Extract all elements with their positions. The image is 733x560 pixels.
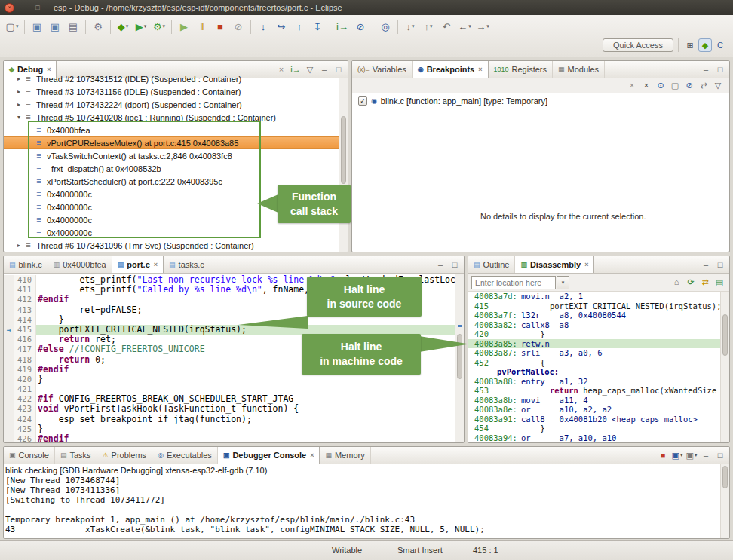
debug-thread-row[interactable]: ▸≡Thread #2 1073431512 (IDLE) (Suspended…: [4, 72, 339, 85]
debug-scrollbar[interactable]: [339, 78, 348, 252]
line-number[interactable]: 418: [14, 355, 36, 365]
code-line[interactable]: 424 esp_set_breakpoint_if_jtag(function)…: [4, 415, 455, 424]
new-wizard-icon[interactable]: ▢▾: [3, 17, 21, 35]
external-tools-icon[interactable]: ⚙▾: [150, 17, 168, 35]
tab-port-c[interactable]: ▤port.c×: [112, 256, 164, 273]
resume-icon[interactable]: ▶: [175, 17, 193, 35]
line-number[interactable]: 414: [14, 315, 36, 325]
code-line[interactable]: 425}: [4, 424, 455, 434]
debug-perspective-icon[interactable]: ◆: [698, 38, 712, 52]
line-number[interactable]: 416: [14, 335, 36, 344]
code-line[interactable]: 420}: [4, 375, 455, 384]
back-icon[interactable]: ←▾: [455, 17, 474, 35]
line-number[interactable]: 413: [14, 305, 36, 315]
debug-thread-row[interactable]: ▸≡Thread #4 1073432224 (dport) (Suspende…: [4, 98, 339, 111]
tab-disassembly[interactable]: ▥Disassembly×: [515, 256, 594, 273]
line-number[interactable]: 410: [14, 275, 36, 285]
suspend-icon[interactable]: ‖: [193, 17, 211, 35]
show-source-icon[interactable]: ▤: [713, 276, 726, 289]
tab-outline[interactable]: ▤Outline: [468, 256, 515, 273]
editor-scrollbar[interactable]: [455, 274, 464, 442]
debug-icon[interactable]: ◆▾: [114, 17, 132, 35]
drop-to-frame-icon[interactable]: ↧: [308, 17, 327, 35]
view-menu-icon[interactable]: ▽: [711, 79, 725, 93]
step-over-icon[interactable]: ↪: [272, 17, 290, 35]
disassembly-row[interactable]: 40083a7f:l32r a8, 0x40080544: [468, 311, 720, 320]
collapse-icon[interactable]: ▾: [14, 114, 23, 121]
build-icon[interactable]: ⚙: [89, 17, 107, 35]
instruction-stepping-icon[interactable]: i→: [333, 17, 351, 35]
skip-all-breakpoints-icon[interactable]: ⊘: [682, 79, 696, 93]
tab-executables[interactable]: ◎Executables: [152, 447, 218, 464]
skip-all-breakpoints-icon[interactable]: ⊘: [351, 17, 370, 35]
step-return-icon[interactable]: ↑: [290, 17, 308, 35]
line-number[interactable]: 415: [14, 325, 36, 335]
save-all-icon[interactable]: ▣: [46, 17, 64, 35]
quick-access-button[interactable]: Quick Access: [603, 38, 673, 52]
home-icon[interactable]: ⌂: [670, 276, 683, 289]
disassembly-row[interactable]: 40083a94:or a7, a10, a10: [468, 433, 720, 443]
line-number[interactable]: 424: [14, 415, 36, 424]
debug-thread-row[interactable]: ▾≡Thread #5 1073410208 (ipc1 : Running) …: [4, 111, 339, 124]
code-line[interactable]: 426#endif: [4, 434, 455, 442]
breakpoint-item[interactable]: ✓ ◉ blink.c [function: app_main] [type: …: [352, 93, 729, 109]
disassembly-row[interactable]: 40083a91:call8 0x40081b20 <heap_caps_mal…: [468, 415, 720, 424]
disassembly-row[interactable]: 40083a88:entry a1, 32: [468, 377, 720, 387]
forward-icon[interactable]: →▾: [474, 17, 492, 35]
line-number[interactable]: 411: [14, 285, 36, 295]
debug-frame-row[interactable]: ≡_frxt_dispatch() at 0x4008532b: [4, 162, 339, 175]
line-number[interactable]: 419: [14, 365, 36, 375]
tab-memory[interactable]: ▦Memory: [320, 447, 370, 464]
overview-marker[interactable]: [458, 325, 462, 327]
next-annotation-icon[interactable]: ↓▾: [401, 17, 419, 35]
tab-modules[interactable]: ▦Modules: [553, 61, 605, 78]
disassembly-row[interactable]: 452 {: [468, 358, 720, 368]
disconnect-icon[interactable]: ⊘: [229, 17, 247, 35]
debug-thread-row[interactable]: ▸≡Thread #3 1073431156 (IDLE) (Suspended…: [4, 85, 339, 98]
close-tab-icon[interactable]: ×: [154, 261, 158, 268]
last-edit-location-icon[interactable]: ↶: [437, 17, 455, 35]
tab-tasks[interactable]: ▤Tasks: [55, 447, 97, 464]
terminate-icon[interactable]: ■: [211, 17, 229, 35]
disassembly-scrollbar[interactable]: [720, 292, 729, 442]
expand-icon[interactable]: ▸: [14, 88, 23, 95]
code-line[interactable]: 423void vPortFirstTaskHook(TaskFunction_…: [4, 404, 455, 414]
minimize-icon[interactable]: –: [699, 448, 713, 462]
minimize-icon[interactable]: –: [699, 258, 713, 271]
previous-annotation-icon[interactable]: ↑▾: [419, 17, 437, 35]
tab-problems[interactable]: ⚠Problems: [97, 447, 153, 464]
disassembly-row[interactable]: 40083a7d:movi.n a2, 1: [468, 292, 720, 301]
link-with-debug-icon[interactable]: ⇄: [697, 79, 710, 93]
disassembly-row[interactable]: pvPortMalloc:: [468, 367, 720, 377]
maximize-icon[interactable]: □: [713, 448, 727, 462]
debug-frame-row[interactable]: ≡vPortCPUReleaseMutex() at port.c:415 0x…: [4, 136, 339, 149]
tab-variables[interactable]: (x)=Variables: [352, 61, 413, 78]
debug-frame-row[interactable]: ≡vTaskSwitchContext() at tasks.c:2,846 0…: [4, 149, 339, 162]
expand-icon[interactable]: ▸: [14, 75, 23, 82]
close-tab-icon[interactable]: ×: [584, 261, 588, 268]
tab-0x4000bfea[interactable]: ▥0x4000bfea: [48, 256, 112, 273]
terminate-icon[interactable]: ■: [656, 448, 670, 462]
expand-icon[interactable]: ▸: [14, 101, 23, 108]
maximize-icon[interactable]: □: [713, 63, 727, 76]
minimize-icon[interactable]: –: [699, 63, 713, 76]
maximize-icon[interactable]: □: [713, 258, 727, 271]
minimize-button[interactable]: –: [18, 2, 29, 13]
open-perspective-icon[interactable]: ⊞: [683, 38, 697, 52]
code-line[interactable]: 422#if CONFIG_FREERTOS_BREAK_ON_SCHEDULE…: [4, 394, 455, 404]
step-into-icon[interactable]: ↓: [254, 17, 272, 35]
save-icon[interactable]: ▣: [28, 17, 46, 35]
disassembly-row[interactable]: 40083a8e:or a10, a2, a2: [468, 405, 720, 415]
location-history-dropdown[interactable]: ▾: [557, 276, 569, 289]
disassembly-row[interactable]: 454 }: [468, 424, 720, 433]
debug-thread-row[interactable]: ▸≡Thread #6 1073431096 (Tmr Svc) (Suspen…: [4, 239, 339, 252]
line-number[interactable]: 420: [14, 375, 36, 384]
tab-registers[interactable]: 1010Registers: [489, 61, 554, 78]
line-number[interactable]: 412: [14, 295, 36, 304]
open-console-icon[interactable]: ▣▾: [685, 448, 698, 462]
tab-debugger-console[interactable]: ▣Debugger Console×: [218, 447, 320, 464]
sync-selection-icon[interactable]: ⇄: [698, 276, 712, 289]
go-to-file-icon[interactable]: ▢: [668, 79, 682, 93]
run-icon[interactable]: ▶▾: [132, 17, 150, 35]
show-breakpoints-for-selection-icon[interactable]: ⊙: [654, 79, 667, 93]
